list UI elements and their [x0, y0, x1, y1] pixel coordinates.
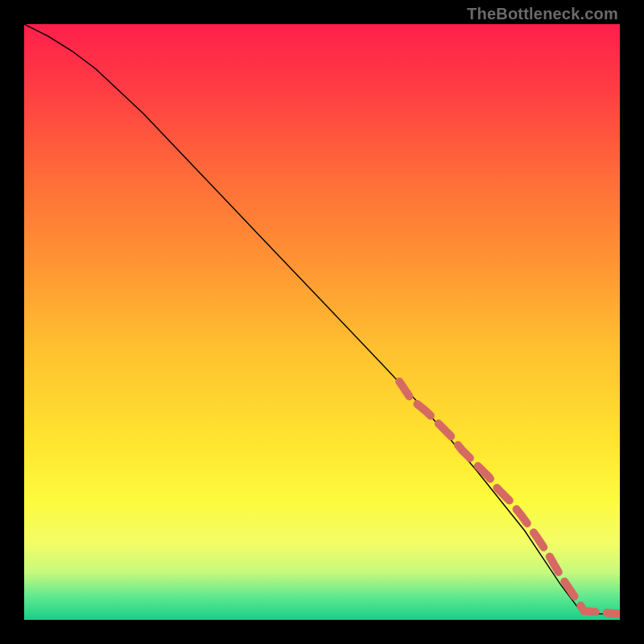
chart-stage: TheBottleneck.com [0, 0, 644, 644]
curve-layer [24, 24, 620, 620]
plot-area [24, 24, 620, 620]
dashed-overlay [399, 382, 620, 614]
watermark-text: TheBottleneck.com [467, 5, 618, 23]
